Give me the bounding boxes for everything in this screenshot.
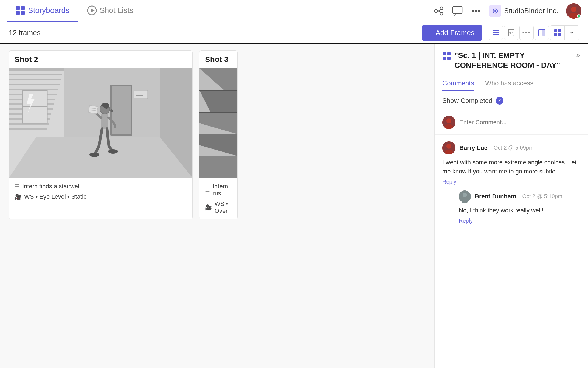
scene-grid-icon (442, 52, 451, 61)
shot-card-2: Shot 2 (9, 50, 193, 219)
reply-1-author: Brent Dunham (475, 193, 516, 200)
scene-title: "Sc. 1 | INT. EMPTY CONFERENCE ROOM - DA… (454, 50, 573, 71)
svg-rect-16 (493, 30, 499, 31)
comment-input-wrap (435, 110, 588, 135)
svg-rect-24 (558, 29, 561, 32)
svg-rect-73 (447, 57, 451, 60)
svg-rect-22 (542, 29, 545, 36)
svg-rect-71 (447, 52, 451, 55)
storyboards-icon (15, 5, 25, 15)
svg-rect-0 (16, 6, 20, 10)
brand[interactable]: StudioBinder Inc. (489, 5, 558, 17)
panel-tabs: Comments Who has access (442, 76, 580, 91)
description-icon: ☰ (15, 183, 19, 190)
more-options-button[interactable]: ••• (471, 5, 482, 16)
svg-point-46 (110, 109, 113, 112)
svg-rect-31 (9, 84, 60, 85)
share-icon (433, 5, 444, 16)
shots-grid: Shot 2 (9, 50, 426, 219)
view-dropdown-button[interactable] (565, 26, 579, 40)
description-icon-3: ☰ (205, 187, 210, 193)
pdf-export-button[interactable]: PDF (504, 26, 518, 40)
reply-1-author-row: Brent Dunham Oct 2 @ 5:10pm (459, 190, 580, 203)
shot-2-footer: ☰ Intern finds a stairwell 🎥 WS • Eye Le… (9, 178, 192, 205)
comment-input[interactable] (459, 119, 580, 126)
list-view-button[interactable] (489, 26, 503, 40)
user-avatar-wrap[interactable] (566, 3, 581, 19)
show-completed-check: ✓ (496, 97, 503, 105)
scene-title-row: "Sc. 1 | INT. EMPTY CONFERENCE ROOM - DA… (442, 50, 580, 76)
svg-point-14 (571, 7, 576, 12)
svg-point-81 (463, 193, 467, 197)
toolbar-actions: PDF ••• (489, 25, 579, 40)
brand-name: StudioBinder Inc. (504, 7, 558, 15)
svg-rect-9 (453, 6, 462, 13)
shot-2-meta: 🎥 WS • Eye Level • Static (15, 193, 187, 200)
svg-rect-28 (9, 68, 64, 71)
comment-1-reply-button[interactable]: Reply (442, 179, 456, 185)
camera-icon-shot3: 🎥 (205, 204, 212, 211)
comment-item-1: Barry Luc Oct 2 @ 5:09pm I went with som… (435, 135, 588, 231)
comment-icon (452, 5, 463, 16)
frames-count: 12 frames (9, 29, 41, 37)
nav-tabs: Storyboards Shot Lists (7, 0, 142, 22)
reply-1-reply-button[interactable]: Reply (459, 218, 473, 224)
svg-rect-50 (134, 90, 148, 99)
show-completed-row[interactable]: Show Completed ✓ (435, 91, 588, 110)
more-toolbar-button[interactable]: ••• (519, 26, 534, 40)
share-button[interactable] (433, 5, 444, 16)
svg-rect-40 (9, 128, 47, 130)
panel-header: "Sc. 1 | INT. EMPTY CONFERENCE ROOM - DA… (435, 44, 588, 91)
add-frames-label: + Add Frames (430, 29, 474, 37)
shot-2-header: Shot 2 (9, 51, 192, 68)
svg-point-8 (440, 12, 443, 15)
svg-point-59 (108, 149, 118, 154)
tab-comments[interactable]: Comments (442, 76, 474, 91)
shot-3-header: Shot 3 (199, 51, 237, 68)
pdf-icon: PDF (507, 29, 515, 36)
view-mode-group (550, 25, 579, 40)
svg-marker-65 (199, 156, 237, 178)
svg-marker-55 (88, 105, 98, 114)
svg-point-6 (440, 7, 443, 10)
svg-text:PDF: PDF (509, 32, 513, 34)
svg-rect-2 (16, 11, 20, 15)
reply-1-avatar (459, 190, 471, 203)
header-right: ••• StudioBinder Inc. (433, 3, 581, 19)
grid-view-button[interactable] (550, 26, 565, 40)
storyboard-panel: Shot 2 (0, 44, 434, 368)
more-icon: ••• (471, 6, 481, 16)
camera-icon-shot2: 🎥 (15, 193, 21, 200)
svg-rect-17 (493, 32, 499, 33)
tab-storyboards[interactable]: Storyboards (7, 0, 78, 22)
comments-panel-toggle[interactable] (535, 26, 549, 40)
svg-rect-23 (554, 29, 557, 32)
svg-point-58 (89, 153, 99, 157)
add-frames-button[interactable]: + Add Frames (422, 25, 482, 41)
svg-point-12 (494, 10, 496, 12)
list-view-icon (492, 29, 500, 36)
tab-who-has-access[interactable]: Who has access (485, 76, 533, 91)
svg-rect-25 (554, 33, 557, 36)
brand-logo (489, 5, 501, 17)
svg-rect-29 (9, 74, 62, 75)
collapse-icon: » (576, 50, 580, 59)
reply-1-text: No, I think they work really well! (459, 206, 580, 215)
svg-rect-70 (443, 52, 446, 55)
grid-icon (554, 29, 561, 36)
panel-collapse-button[interactable]: » (576, 50, 580, 59)
svg-rect-3 (21, 11, 25, 15)
shot-card-3: Shot 3 (199, 50, 238, 219)
comment-1-avatar (442, 141, 455, 154)
svg-point-75 (446, 118, 451, 123)
svg-marker-5 (91, 9, 95, 12)
tab-shot-lists[interactable]: Shot Lists (78, 0, 142, 22)
shot-3-footer: ☰ Intern rus 🎥 WS • Over (199, 178, 237, 219)
svg-point-7 (435, 10, 437, 12)
header: Storyboards Shot Lists ••• (0, 0, 588, 22)
panel-icon (538, 29, 546, 36)
comment-button[interactable] (452, 5, 463, 16)
svg-rect-26 (558, 33, 561, 36)
svg-rect-54 (101, 114, 108, 129)
svg-rect-18 (493, 34, 499, 35)
